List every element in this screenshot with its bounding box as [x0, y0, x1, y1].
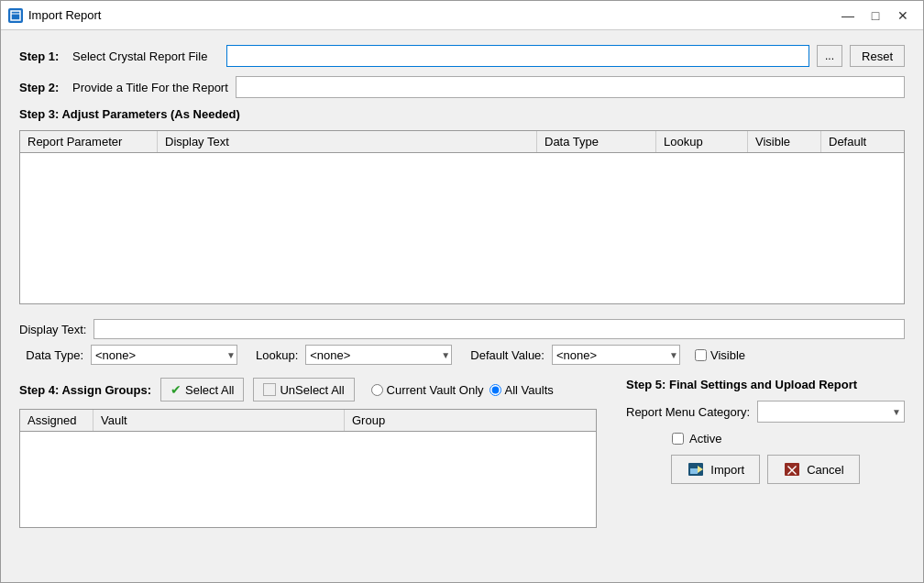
- window-controls: — □ ✕: [835, 6, 916, 26]
- import-button[interactable]: Import: [671, 455, 760, 484]
- step2-row: Step 2: Provide a Title For the Report: [19, 76, 905, 98]
- menu-cat-row: Report Menu Category: ▼: [626, 401, 905, 423]
- data-type-combo[interactable]: <none> ▼: [91, 345, 237, 365]
- current-vault-radio[interactable]: [371, 384, 383, 396]
- col-group: Group: [345, 410, 596, 431]
- report-title-input[interactable]: [236, 76, 905, 98]
- groups-table-body: [20, 432, 596, 527]
- data-type-label: Data Type:: [19, 348, 83, 362]
- col-default: Default: [821, 131, 904, 152]
- col-display-text: Display Text: [158, 131, 537, 152]
- action-buttons: Import Cancel: [626, 455, 905, 484]
- maximize-button[interactable]: □: [863, 6, 888, 26]
- step3-label: Step 3: Adjust Parameters (As Needed): [19, 107, 240, 121]
- col-data-type: Data Type: [537, 131, 656, 152]
- cancel-label: Cancel: [807, 463, 843, 477]
- current-vault-label[interactable]: Current Vault Only: [371, 383, 484, 397]
- vault-radio-group: Current Vault Only All Vaults: [371, 383, 554, 397]
- browse-button[interactable]: ...: [817, 45, 842, 67]
- visible-checkbox-label[interactable]: Visible: [695, 348, 745, 362]
- all-vaults-label[interactable]: All Vaults: [490, 383, 554, 397]
- active-checkbox[interactable]: [672, 433, 684, 445]
- all-vaults-text: All Vaults: [505, 383, 554, 397]
- groups-table: Assigned Vault Group: [19, 409, 597, 528]
- unselect-all-button[interactable]: UnSelect All: [253, 378, 354, 402]
- menu-cat-select[interactable]: [757, 401, 905, 423]
- step1-label: Step 1:: [19, 50, 65, 63]
- window-title: Import Report: [28, 8, 835, 22]
- default-value-label: Default Value:: [470, 348, 544, 362]
- step5-header-row: Step 5: Final Settings and Upload Report: [626, 378, 905, 391]
- import-label: Import: [710, 463, 744, 477]
- default-value-combo[interactable]: <none> ▼: [552, 345, 680, 365]
- step5-label: Step 5: Final Settings and Upload Report: [626, 378, 857, 391]
- lookup-select[interactable]: <none>: [305, 345, 452, 365]
- data-type-row: Data Type: <none> ▼ Lookup: <none> ▼ Def…: [19, 345, 905, 365]
- step4-label: Step 4: Assign Groups:: [19, 383, 151, 397]
- lookup-label: Lookup:: [256, 348, 298, 362]
- step2-desc: Provide a Title For the Report: [72, 81, 228, 94]
- svg-rect-0: [11, 11, 20, 20]
- step2-label: Step 2:: [19, 81, 65, 94]
- dialog-content: Step 1: Select Crystal Report File ... R…: [1, 30, 923, 582]
- select-all-label: Select All: [185, 383, 234, 397]
- minimize-button[interactable]: —: [835, 6, 861, 26]
- menu-cat-label: Report Menu Category:: [626, 405, 750, 419]
- step4-left: Step 4: Assign Groups: ✔ Select All UnSe…: [19, 378, 597, 528]
- params-table-header: Report Parameter Display Text Data Type …: [20, 131, 904, 153]
- current-vault-text: Current Vault Only: [387, 383, 484, 397]
- checkbox-icon: [263, 383, 276, 396]
- checkmark-icon: ✔: [170, 382, 182, 397]
- step3-row: Step 3: Adjust Parameters (As Needed): [19, 107, 905, 121]
- groups-table-header: Assigned Vault Group: [20, 410, 596, 432]
- display-text-row: Display Text:: [19, 319, 905, 339]
- col-vault: Vault: [94, 410, 345, 431]
- active-checkbox-label[interactable]: Active: [672, 432, 721, 446]
- cancel-button[interactable]: Cancel: [767, 455, 859, 484]
- display-text-label: Display Text:: [19, 323, 86, 336]
- visible-checkbox[interactable]: [695, 349, 707, 361]
- step1-row: Step 1: Select Crystal Report File ... R…: [19, 45, 905, 67]
- parameters-table: Report Parameter Display Text Data Type …: [19, 130, 905, 304]
- step4-step5-section: Step 4: Assign Groups: ✔ Select All UnSe…: [19, 378, 905, 528]
- bottom-fields: Display Text: Data Type: <none> ▼ Lookup…: [19, 314, 905, 368]
- step1-desc: Select Crystal Report File: [72, 50, 219, 63]
- col-report-parameter: Report Parameter: [20, 131, 158, 152]
- menu-cat-combo[interactable]: ▼: [757, 401, 905, 423]
- reset-button[interactable]: Reset: [850, 45, 905, 67]
- visible-label-text: Visible: [710, 348, 745, 362]
- step4-header: Step 4: Assign Groups: ✔ Select All UnSe…: [19, 378, 597, 402]
- close-button[interactable]: ✕: [890, 6, 916, 26]
- cancel-icon: [783, 460, 801, 478]
- svg-rect-3: [690, 468, 698, 474]
- params-table-body: [20, 153, 904, 303]
- col-assigned: Assigned: [20, 410, 94, 431]
- lookup-combo[interactable]: <none> ▼: [305, 345, 452, 365]
- active-row: Active: [626, 432, 905, 446]
- all-vaults-radio[interactable]: [490, 384, 501, 396]
- crystal-report-file-input[interactable]: [226, 45, 809, 67]
- unselect-all-label: UnSelect All: [280, 383, 344, 397]
- import-report-window: Import Report — □ ✕ Step 1: Select Cryst…: [0, 0, 924, 583]
- active-label: Active: [689, 432, 721, 446]
- data-type-select[interactable]: <none>: [91, 345, 237, 365]
- display-text-input[interactable]: [94, 319, 905, 339]
- select-all-button[interactable]: ✔ Select All: [160, 378, 244, 402]
- step5-right: Step 5: Final Settings and Upload Report…: [611, 378, 905, 528]
- window-icon: [8, 8, 23, 23]
- default-value-select[interactable]: <none>: [552, 345, 680, 365]
- import-icon: [687, 460, 705, 478]
- col-lookup: Lookup: [656, 131, 748, 152]
- col-visible: Visible: [748, 131, 821, 152]
- title-bar: Import Report — □ ✕: [1, 1, 923, 30]
